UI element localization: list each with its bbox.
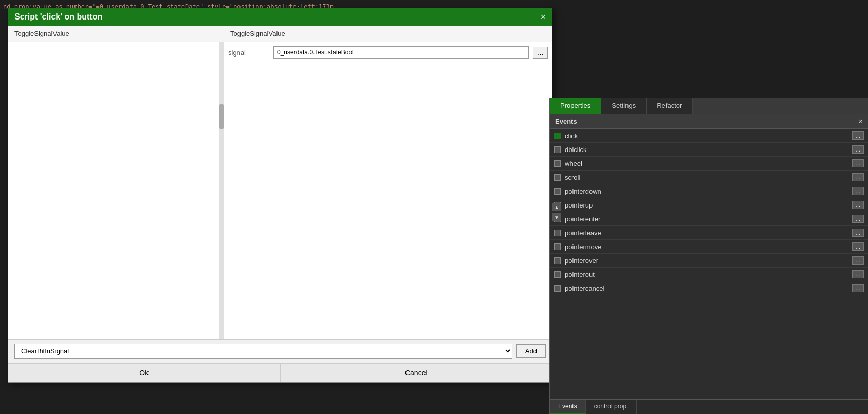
left-scrollbar[interactable]	[219, 42, 224, 339]
event-dots-button-pointerenter[interactable]: ...	[852, 215, 864, 223]
event-dots-button-click[interactable]: ...	[852, 131, 864, 140]
event-checkbox-pointercancel[interactable]	[554, 285, 561, 292]
tabs-spacer	[693, 98, 868, 114]
event-item-wheel[interactable]: wheel...	[550, 157, 868, 171]
event-checkbox-wheel[interactable]	[554, 160, 561, 167]
event-dots-button-pointerdown[interactable]: ...	[852, 187, 864, 195]
event-item-pointerleave[interactable]: pointerleave...	[550, 226, 868, 240]
action-select[interactable]: ClearBitInSignalToggleSignalValueSetSign…	[14, 344, 512, 359]
event-item-pointerdown[interactable]: pointerdown...	[550, 184, 868, 198]
right-panel: ToggleSignalValue signal ...	[224, 26, 552, 339]
event-dots-button-pointercancel[interactable]: ...	[852, 284, 864, 292]
properties-bottom-tabs: Events control prop.	[550, 399, 868, 414]
signal-dots-button[interactable]: ...	[533, 47, 548, 59]
event-item-pointerover[interactable]: pointerover...	[550, 254, 868, 268]
event-name-pointerup: pointerup	[565, 201, 848, 209]
event-checkbox-pointermove[interactable]	[554, 243, 561, 250]
event-dots-button-wheel[interactable]: ...	[852, 159, 864, 167]
signal-input[interactable]	[273, 46, 529, 59]
event-dots-button-pointermove[interactable]: ...	[852, 242, 864, 251]
event-name-pointerdown: pointerdown	[565, 187, 848, 195]
event-checkbox-click[interactable]	[554, 133, 561, 139]
event-dots-button-pointerout[interactable]: ...	[852, 270, 864, 278]
events-title: Events	[555, 118, 577, 125]
event-name-wheel: wheel	[565, 160, 848, 167]
event-checkbox-pointerout[interactable]	[554, 271, 561, 278]
event-item-pointercancel[interactable]: pointercancel...	[550, 281, 868, 295]
dialog-close-button[interactable]: ×	[540, 12, 546, 22]
left-scrollbar-thumb[interactable]	[219, 104, 224, 129]
event-name-pointerenter: pointerenter	[565, 215, 848, 223]
event-item-pointermove[interactable]: pointermove...	[550, 240, 868, 254]
bottom-tab-events[interactable]: Events	[550, 400, 586, 414]
dialog-footer: Ok Cancel	[8, 363, 552, 382]
event-item-scroll[interactable]: scroll...	[550, 171, 868, 184]
event-name-pointerover: pointerover	[565, 257, 848, 265]
event-name-click: click	[565, 132, 848, 140]
left-panel-content	[8, 42, 224, 339]
left-panel: ToggleSignalValue	[8, 26, 224, 339]
right-panel-header: ToggleSignalValue	[224, 26, 552, 42]
event-item-pointerenter[interactable]: pointerenter...	[550, 212, 868, 226]
events-list: click...dblclick...wheel...scroll...poin…	[550, 129, 868, 399]
event-checkbox-scroll[interactable]	[554, 174, 561, 181]
add-button[interactable]: Add	[516, 344, 546, 358]
event-checkbox-pointerleave[interactable]	[554, 230, 561, 236]
event-dots-button-pointerup[interactable]: ...	[852, 201, 864, 209]
event-name-pointerleave: pointerleave	[565, 229, 848, 237]
events-section: Events × click...dblclick...wheel...scro…	[550, 114, 868, 399]
dialog-title: Script 'click' on button	[14, 12, 102, 22]
left-panel-header: ToggleSignalValue	[8, 26, 224, 42]
event-item-pointerout[interactable]: pointerout...	[550, 268, 868, 281]
properties-panel: Properties Settings Refactor Events × cl…	[549, 98, 868, 414]
event-checkbox-pointerdown[interactable]	[554, 188, 561, 195]
scroll-arrow-down[interactable]: ▼	[552, 213, 561, 221]
right-panel-content: signal ...	[224, 42, 552, 339]
event-name-pointerout: pointerout	[565, 271, 848, 278]
event-name-pointermove: pointermove	[565, 243, 848, 251]
event-dots-button-pointerleave[interactable]: ...	[852, 229, 864, 237]
event-checkbox-dblclick[interactable]	[554, 146, 561, 153]
dialog-action-bar: ClearBitInSignalToggleSignalValueSetSign…	[8, 339, 552, 363]
event-name-pointercancel: pointercancel	[565, 285, 848, 292]
scroll-arrow-up[interactable]: ▲	[552, 203, 561, 211]
signal-row: signal ...	[228, 46, 548, 59]
dialog-titlebar: Script 'click' on button ×	[8, 8, 552, 26]
tab-refactor[interactable]: Refactor	[647, 98, 693, 114]
event-item-pointerup[interactable]: pointerup...	[550, 198, 868, 212]
dialog-body: ToggleSignalValue ToggleSignalValue sign…	[8, 26, 552, 339]
event-name-scroll: scroll	[565, 174, 848, 181]
ok-button[interactable]: Ok	[8, 363, 281, 382]
bottom-tab-control-prop[interactable]: control prop.	[586, 400, 637, 414]
event-name-dblclick: dblclick	[565, 146, 848, 154]
events-header: Events ×	[550, 114, 868, 129]
event-item-click[interactable]: click...	[550, 129, 868, 143]
event-item-dblclick[interactable]: dblclick...	[550, 143, 868, 157]
event-dots-button-scroll[interactable]: ...	[852, 173, 864, 181]
event-dots-button-dblclick[interactable]: ...	[852, 145, 864, 154]
signal-label: signal	[228, 49, 269, 57]
event-checkbox-pointerover[interactable]	[554, 257, 561, 264]
tab-settings[interactable]: Settings	[601, 98, 647, 114]
main-dialog: Script 'click' on button × ToggleSignalV…	[8, 8, 552, 383]
cancel-button[interactable]: Cancel	[281, 363, 552, 382]
event-dots-button-pointerover[interactable]: ...	[852, 256, 864, 265]
events-close-button[interactable]: ×	[859, 117, 863, 125]
properties-tabs: Properties Settings Refactor	[550, 98, 868, 114]
tab-properties[interactable]: Properties	[550, 98, 601, 114]
